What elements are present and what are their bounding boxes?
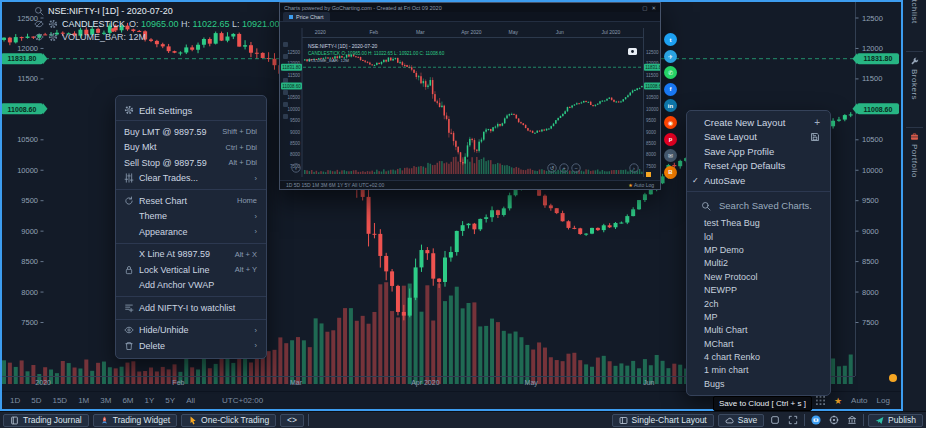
svg-text:11500: 11500	[646, 73, 659, 78]
-button[interactable]: <>	[280, 414, 304, 427]
close-icon[interactable]: ✕	[651, 5, 656, 11]
saved-chart-item-1-min-chart[interactable]: 1 min chart	[687, 364, 830, 377]
svg-text:10000: 10000	[646, 107, 659, 112]
share-reddit-icon[interactable]: ◉	[664, 116, 677, 129]
timezone-label[interactable]: UTC+02:00	[222, 396, 263, 405]
popup-timeframes[interactable]: 1D 5D 15D 1M 3M 6M 1Y 5Y All UTC+02:00	[286, 182, 384, 188]
volume-legend: VOLUME_BAR: 12M	[62, 32, 146, 42]
context-menu-item-clear-trades[interactable]: Clear Trades...›	[116, 171, 266, 187]
context-menu-item-sell-stop-9897-59[interactable]: Sell Stop @ 9897.59Alt + Dbl	[116, 155, 266, 171]
share-twitter-icon[interactable]: t	[664, 33, 677, 46]
share-column: t✈✆fin◉p✉B	[664, 33, 679, 183]
saved-chart-item-multi2[interactable]: Multi2	[687, 257, 830, 270]
maximize-icon[interactable]: ▢	[642, 5, 647, 11]
timeframe-1y[interactable]: 1Y	[145, 396, 155, 405]
saved-chart-item-test-thea-bug[interactable]: test Thea Bug	[687, 217, 830, 230]
symbol-search-icon[interactable]	[34, 6, 44, 16]
mini-scroll-end-button[interactable]	[646, 172, 651, 177]
mini-chart-canvas[interactable]: 1250012500120001200011500115001100011000…	[280, 22, 660, 180]
chart-snapshot-popup[interactable]: Charts powered by GoCharting.com - Creat…	[279, 2, 661, 190]
favorite-star-icon[interactable]: ★	[834, 396, 842, 406]
timeframe-3m[interactable]: 3M	[100, 396, 111, 405]
context-menu-item-x-line-at-9897-59[interactable]: X Line At 9897.59Alt + X	[116, 247, 266, 263]
context-menu-item-appearance[interactable]: Appearance›	[116, 224, 266, 240]
timeframe-15d[interactable]: 15D	[52, 396, 67, 405]
publish-button[interactable]: Publish	[868, 414, 923, 427]
save-button[interactable]: Save	[718, 414, 764, 427]
context-menu-item-delete[interactable]: Delete›	[116, 338, 266, 354]
saved-chart-item-mp-demo[interactable]: MP Demo	[687, 243, 830, 256]
auto-scale-toggle[interactable]: Auto	[851, 396, 867, 405]
target-icon[interactable]	[827, 415, 841, 425]
saved-chart-item-mchart[interactable]: MChart	[687, 337, 830, 350]
saved-chart-item-multi-chart[interactable]: Multi Chart	[687, 324, 830, 337]
check-icon: ✓	[692, 176, 704, 185]
trading-widget-button[interactable]: Trading Widget	[93, 414, 177, 427]
search-saved-charts[interactable]: Search Saved Charts.	[687, 195, 830, 217]
context-menu-item-hide-unhide[interactable]: Hide/Unhide›	[116, 323, 266, 339]
timeframe-6m[interactable]: 6M	[122, 396, 133, 405]
context-menu-item-buy-lmt-9897-59[interactable]: Buy LMT @ 9897.59Shift + Dbl	[116, 124, 266, 140]
hide-volume-icon[interactable]	[34, 32, 44, 42]
share-facebook-icon[interactable]: f	[664, 83, 677, 96]
camera-icon[interactable]	[809, 415, 823, 425]
share-linkedin-icon[interactable]: in	[664, 99, 677, 112]
popup-bottom-bar: 1D 5D 15D 1M 3M 6M 1Y 5Y All UTC+02:00 ★…	[280, 180, 660, 189]
share-email-icon[interactable]: ✉	[664, 149, 677, 162]
scroll-to-end-button[interactable]	[889, 374, 897, 382]
checkbox-icon[interactable]	[768, 415, 782, 425]
svg-text:11008.60: 11008.60	[864, 106, 893, 113]
svg-text:May: May	[509, 29, 519, 35]
saved-chart-item-lol[interactable]: lol	[687, 230, 830, 243]
context-menu-item-lock-vertical-line[interactable]: Lock Vertical LineAlt + Y	[116, 262, 266, 278]
bank-icon[interactable]	[845, 415, 859, 425]
saved-chart-item-mp[interactable]: MP	[687, 310, 830, 323]
favorite-star-icon[interactable]: ★	[628, 182, 634, 188]
timeframe-all[interactable]: All	[186, 396, 195, 405]
expand-icon[interactable]	[786, 415, 800, 425]
eye-icon	[124, 325, 139, 335]
context-menu-item-theme[interactable]: Theme›	[116, 209, 266, 225]
log-scale-toggle[interactable]: Log	[877, 396, 890, 405]
context-menu-item-buy-mkt[interactable]: Buy MktCtrl + Dbl	[116, 140, 266, 156]
context-menu-item-add-anchor-vwap[interactable]: Add Anchor VWAP	[116, 278, 266, 294]
saved-chart-item-4-chart-renko[interactable]: 4 chart Renko	[687, 350, 830, 363]
sidebar-tab-brokers[interactable]: Brokers	[903, 57, 926, 100]
context-menu-item-reset-chart[interactable]: Reset ChartHome	[116, 193, 266, 209]
one-click-trading-button[interactable]: One-Click Trading	[181, 414, 276, 427]
svg-text:10500: 10500	[17, 135, 38, 144]
svg-text:11500: 11500	[862, 74, 882, 83]
saved-chart-item-2ch[interactable]: 2ch	[687, 297, 830, 310]
layout-menu-item-reset-app-defaults[interactable]: Reset App Defaults	[687, 159, 830, 174]
layout-menu-item-autosave[interactable]: ✓AutoSave	[687, 173, 830, 188]
context-menu-item-edit-settings[interactable]: Edit Settings	[116, 100, 266, 121]
layout-menu-item-save-app-profile[interactable]: Save App Profile	[687, 144, 830, 159]
sidebar-tab-watchlist[interactable]: Watchlist	[903, 0, 926, 24]
layout-menu: Create New Layout+Save LayoutSave App Pr…	[686, 110, 831, 396]
timeframe-1m[interactable]: 1M	[78, 396, 89, 405]
volume-settings-icon[interactable]	[48, 32, 58, 42]
layout-menu-item-save-layout[interactable]: Save Layout	[687, 130, 830, 145]
saved-chart-item-new-protocol[interactable]: New Protocol	[687, 270, 830, 283]
layout-menu-item-create-new-layout[interactable]: Create New Layout+	[687, 115, 830, 130]
context-menu-item-add-nifty-i-to-watchlist[interactable]: Add NIFTY-I to watchlist	[116, 300, 266, 316]
hide-study-icon[interactable]	[34, 19, 44, 29]
timeframe-5d[interactable]: 5D	[31, 396, 41, 405]
share-telegram-icon[interactable]: ✈	[664, 50, 677, 63]
sidebar-tab-portfolio[interactable]: Portfolio	[903, 132, 926, 178]
popup-scale-controls[interactable]: ★ Auto Log	[628, 182, 654, 188]
share-whatsapp-icon[interactable]: ✆	[664, 66, 677, 79]
trading-journal-button[interactable]: Trading Journal	[3, 414, 89, 427]
tab-price-chart[interactable]: Price Chart	[283, 12, 330, 21]
single-chart-layout-button[interactable]: Single-Chart Layout	[612, 414, 714, 427]
share-pinterest-icon[interactable]: p	[664, 133, 677, 146]
timeframe-1d[interactable]: 1D	[10, 396, 20, 405]
search-icon	[701, 201, 711, 211]
saved-chart-item-newpp[interactable]: NEWPP	[687, 283, 830, 296]
share-blogger-icon[interactable]: B	[664, 166, 677, 179]
saved-chart-item-bugs[interactable]: Bugs	[687, 377, 830, 390]
timeframe-5y[interactable]: 5Y	[165, 396, 175, 405]
mini-price-tag: 11008.60	[281, 83, 302, 90]
study-settings-icon[interactable]	[48, 19, 58, 29]
grid-icon[interactable]	[816, 396, 825, 405]
